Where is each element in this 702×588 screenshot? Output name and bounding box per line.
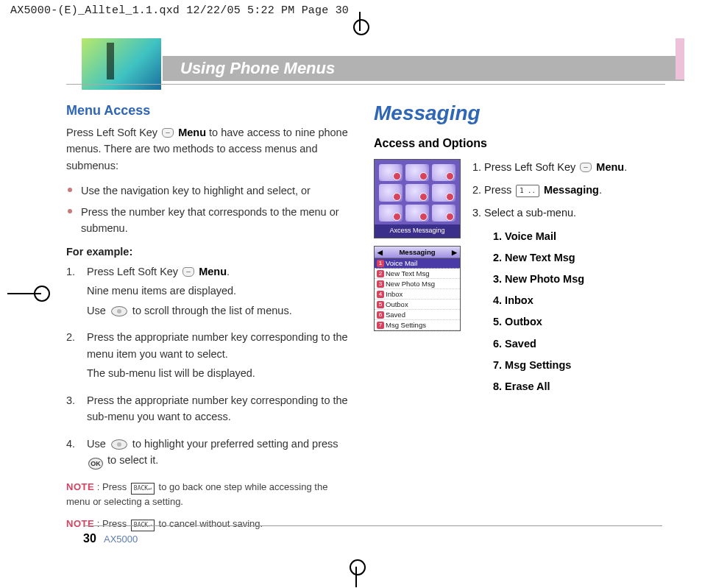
banner-title: Using Phone Menus bbox=[180, 59, 335, 78]
step4-c: to select it. bbox=[107, 454, 158, 466]
step-1: Press Left Soft Key Menu. Nine menu item… bbox=[66, 263, 353, 319]
crop-mark-left-circle bbox=[34, 286, 50, 302]
banner-rule bbox=[66, 84, 665, 85]
note-label: NOTE bbox=[66, 481, 94, 492]
soft-key-icon bbox=[580, 163, 592, 172]
soft-key-icon bbox=[182, 267, 194, 277]
ok-icon: OK bbox=[88, 458, 103, 470]
for-example-label: For example: bbox=[66, 246, 353, 258]
banner-accent bbox=[676, 38, 684, 79]
step1-b: . bbox=[227, 266, 230, 277]
number-key-icon: 1 .. bbox=[516, 185, 539, 196]
shot1-label: Axcess Messaging bbox=[375, 224, 460, 238]
step2-a: Press the appropriate number key corresp… bbox=[87, 331, 348, 359]
right-step-2: 2. Press 1 .. Messaging. bbox=[472, 182, 627, 199]
note1-a: : Press bbox=[97, 481, 130, 492]
phone-screenshots: Axcess Messaging ◀ Messaging ▶ 1Voice Ma… bbox=[374, 159, 462, 400]
right-column: Messaging Access and Options Axcess Mess… bbox=[369, 103, 664, 539]
step1-d-a: Use bbox=[87, 305, 109, 316]
shot2-item: Voice Mail bbox=[386, 259, 417, 267]
submenu-item: 5. Outbox bbox=[493, 314, 627, 330]
note-1: NOTE : Press BACK↵ to go back one step w… bbox=[66, 480, 353, 509]
submenu-item: 3. New Photo Msg bbox=[493, 271, 627, 288]
step-4: Use to highlight your preferred setting … bbox=[66, 436, 353, 470]
crop-header-text: AX5000-(E)_Alltel_1.1.qxd 12/22/05 5:22 … bbox=[10, 4, 349, 17]
messaging-heading: Messaging bbox=[374, 102, 664, 125]
bullet-2: Press the number key that corresponds to… bbox=[66, 204, 353, 237]
step1-menu: Menu bbox=[199, 266, 227, 277]
menu-access-heading: Menu Access bbox=[66, 103, 353, 118]
rstep1-a: 1. Press Left Soft Key bbox=[472, 161, 578, 173]
example-steps: Press Left Soft Key Menu. Nine menu item… bbox=[66, 263, 353, 470]
phone-menu-grid-screenshot: Axcess Messaging bbox=[374, 159, 461, 238]
submenu-item: 2. New Text Msg bbox=[493, 249, 627, 266]
shot2-item: Saved bbox=[386, 311, 405, 319]
right-arrow-icon: ▶ bbox=[452, 249, 457, 256]
right-step-1: 1. Press Left Soft Key Menu. bbox=[472, 159, 627, 176]
intro-menu-label: Menu bbox=[178, 127, 206, 138]
page-number: 30 bbox=[83, 532, 96, 545]
step-2: Press the appropriate number key corresp… bbox=[66, 329, 353, 381]
step1-c: Nine menu items are displayed. bbox=[87, 283, 353, 299]
shot2-item: Inbox bbox=[386, 290, 403, 298]
shot2-item: New Photo Msg bbox=[386, 280, 435, 288]
step4-b: to highlight your preferred setting and … bbox=[132, 438, 338, 450]
back-key-icon: BACK↵ bbox=[131, 483, 155, 495]
step1-d: Use to scroll through the list of menus. bbox=[87, 302, 353, 319]
crop-mark-top bbox=[349, 15, 371, 37]
submenu-item: 8. Erase All bbox=[493, 378, 627, 395]
nav-key-icon bbox=[111, 439, 127, 450]
step4-a: Use bbox=[87, 438, 109, 450]
shot2-item: New Text Msg bbox=[386, 269, 429, 277]
submenu-item: 4. Inbox bbox=[493, 292, 627, 309]
nav-key-icon bbox=[111, 306, 127, 316]
banner-bar: Using Phone Menus bbox=[163, 56, 684, 81]
step1-a: Press Left Soft Key bbox=[87, 266, 181, 277]
left-column: Menu Access Press Left Soft Key Menu to … bbox=[66, 103, 353, 539]
rstep2-b: . bbox=[599, 184, 602, 196]
step2-b: The sub-menu list will be displayed. bbox=[87, 365, 353, 381]
soft-key-icon bbox=[162, 128, 174, 138]
banner-photo bbox=[82, 38, 161, 90]
crop-mark-bottom bbox=[345, 559, 367, 588]
section-banner: Using Phone Menus bbox=[66, 35, 684, 88]
rstep2-label: Messaging bbox=[544, 184, 599, 196]
rstep1-menu: Menu bbox=[596, 161, 624, 173]
phone-messaging-list-screenshot: ◀ Messaging ▶ 1Voice Mail 2New Text Msg … bbox=[374, 246, 461, 331]
step-3: Press the appropriate number key corresp… bbox=[66, 392, 353, 425]
page-footer: 30 AX5000 bbox=[83, 525, 662, 545]
bullet-list: Use the navigation key to highlight and … bbox=[66, 183, 353, 236]
rstep2-a: 2. Press bbox=[472, 184, 514, 196]
left-arrow-icon: ◀ bbox=[377, 249, 383, 256]
step1-d-b: to scroll through the list of menus. bbox=[132, 305, 292, 316]
submenu-list: 1. Voice Mail 2. New Text Msg 3. New Pho… bbox=[493, 228, 627, 396]
shot2-title: Messaging bbox=[399, 248, 435, 256]
submenu-item: 7. Msg Settings bbox=[493, 357, 627, 374]
intro-a: Press Left Soft Key bbox=[66, 127, 160, 138]
right-step-3: 3. Select a sub-menu. bbox=[472, 205, 627, 222]
model-label: AX5000 bbox=[104, 534, 138, 545]
right-steps: 1. Press Left Soft Key Menu. 2. Press 1 … bbox=[472, 159, 627, 400]
rstep1-b: . bbox=[624, 161, 627, 173]
submenu-item: 6. Saved bbox=[493, 336, 627, 353]
shot2-item: Outbox bbox=[386, 300, 408, 308]
page-content: Using Phone Menus Menu Access Press Left… bbox=[66, 35, 684, 539]
shot2-item: Msg Settings bbox=[386, 321, 426, 329]
access-options-heading: Access and Options bbox=[374, 137, 664, 150]
submenu-item: 1. Voice Mail bbox=[493, 228, 627, 245]
bullet-1: Use the navigation key to highlight and … bbox=[66, 183, 353, 199]
intro-paragraph: Press Left Soft Key Menu to have access … bbox=[66, 124, 353, 174]
